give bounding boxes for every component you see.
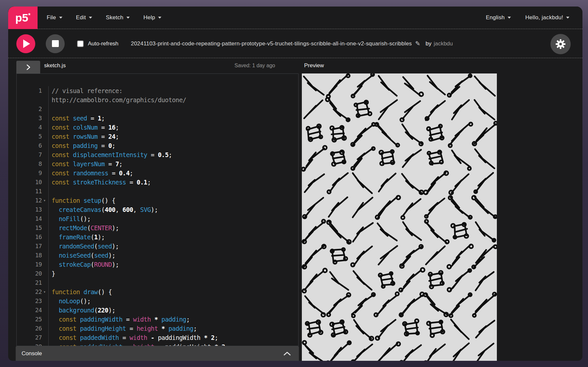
play-button[interactable] [16,34,35,53]
line-number-gutter: 27 [17,333,49,342]
code-line[interactable]: 8const layersNum = 7; [17,159,298,168]
code-text: noLoop(); [49,296,90,306]
edit-title-pencil-icon[interactable]: ✎ [415,40,420,47]
code-line[interactable]: 24 background(220); [17,306,298,315]
code-line[interactable]: 20} [17,269,298,278]
code-line[interactable]: 7const displacementIntensity = 0.5; [17,150,298,159]
settings-button[interactable] [550,34,571,54]
line-number-gutter: 24 [17,306,49,315]
auto-refresh-checkbox[interactable] [77,40,84,47]
code-line[interactable]: 11 [17,187,298,196]
top-nav: p5* FileEditSketchHelp English Hello, ja… [8,7,582,29]
gear-icon [555,39,566,50]
code-text: const padding = 0; [49,141,115,150]
chevron-down-icon [89,17,92,19]
code-line[interactable]: 19 strokeCap(ROUND); [17,260,298,269]
menu-help[interactable]: Help [143,14,161,21]
code-line[interactable]: 2 [17,104,298,114]
code-line[interactable]: 18 noiseSeed(seed); [17,251,298,260]
code-text: noiseSeed(seed); [49,251,115,260]
code-line[interactable]: 17 randomSeed(seed); [17,242,298,251]
code-text: const paddingWidth = width * padding; [49,315,190,324]
code-line[interactable]: 1// visual reference: http://cambolbro.c… [17,86,298,104]
code-text: const layersNum = 7; [49,159,122,168]
line-number-gutter: 26 [17,324,49,333]
code-line[interactable]: 5const rowsNum = 24; [17,132,298,141]
console-bar[interactable]: Console [16,346,299,361]
code-line[interactable]: 15 rectMode(CENTER); [17,223,298,232]
line-number-gutter: 4 [17,123,49,132]
code-line[interactable]: 13 createCanvas(400, 600, SVG); [17,205,298,214]
line-number-gutter: 9 [17,168,49,178]
code-text [49,104,55,114]
menu-label: Help [143,14,155,21]
stop-button[interactable] [46,34,65,53]
p5-logo-asterisk: * [28,12,30,19]
tab-bar: sketch.js Saved: 1 day ago Preview [8,58,582,73]
by-label: by [426,40,432,47]
code-line[interactable]: 22▾function draw() { [17,287,298,296]
code-text: const displacementIntensity = 0.5; [49,150,172,159]
code-line[interactable]: 26 const paddingHeight = height * paddin… [17,324,298,333]
line-number-gutter: 18 [17,251,49,260]
code-text: rectMode(CENTER); [49,223,119,232]
menu-edit[interactable]: Edit [76,14,92,21]
code-text: const rowsNum = 24; [49,132,119,141]
code-text: // visual reference: http://cambolbro.co… [49,86,186,104]
chevron-down-icon [158,17,161,19]
line-number-gutter: 22▾ [17,287,49,296]
menu-label: Sketch [106,14,123,21]
code-line[interactable]: 27 const paddedWidth = width - paddingWi… [17,333,298,342]
menu-file[interactable]: File [47,14,62,21]
language-label: English [486,14,505,21]
sketch-title: 20241103-print-and-code-repeating-patter… [131,40,412,47]
auto-refresh-label: Auto-refresh [88,40,119,47]
code-line[interactable]: 10const strokeThickness = 0.1; [17,178,298,187]
code-text: background(220); [49,306,115,315]
code-editor[interactable]: 1// visual reference: http://cambolbro.c… [16,73,299,346]
code-line[interactable]: 6const padding = 0; [17,141,298,150]
code-text: createCanvas(400, 600, SVG); [49,205,158,214]
user-menu[interactable]: Hello, jackbdu! [525,14,569,21]
code-line[interactable]: 4const colsNum = 16; [17,123,298,132]
line-number-gutter: 6 [17,141,49,150]
line-number-gutter: 16 [17,232,49,242]
code-text: const paddingHeight = height * padding; [49,324,197,333]
p5-logo[interactable]: p5* [8,7,38,29]
nav-right: English Hello, jackbdu! [486,14,582,21]
code-text: const colsNum = 16; [49,123,119,132]
fold-arrow-icon[interactable]: ▾ [42,287,47,296]
line-number-gutter: 21 [17,278,49,287]
code-line[interactable]: 25 const paddingWidth = width * padding; [17,315,298,324]
code-text: frameRate(1); [49,232,105,242]
menu-sketch[interactable]: Sketch [106,14,130,21]
fold-arrow-icon[interactable]: ▾ [42,196,47,205]
console-label: Console [22,350,42,357]
author-link[interactable]: jackbdu [434,40,453,47]
code-line[interactable]: 21 [17,278,298,287]
line-number-gutter: 14 [17,214,49,223]
code-line[interactable]: 9const randomness = 0.4; [17,168,298,178]
code-line[interactable]: 23 noLoop(); [17,296,298,306]
menu-label: Edit [76,14,86,21]
console-collapse-button[interactable] [283,351,291,356]
code-text: const seed = 1; [49,114,105,123]
toolbar: Auto-refresh 20241103-print-and-code-rep… [8,29,582,58]
code-line[interactable]: 12▾function setup() { [17,196,298,205]
code-text: noFill(); [49,214,90,223]
p5-web-editor-window: p5* FileEditSketchHelp English Hello, ja… [8,7,582,361]
line-number-gutter: 25 [17,315,49,324]
code-line[interactable]: 14 noFill(); [17,214,298,223]
code-line[interactable]: 28 const paddedHeight = height - padding… [17,342,298,346]
code-line[interactable]: 3const seed = 1; [17,114,298,123]
chevron-down-icon [508,17,511,19]
line-number-gutter: 10 [17,178,49,187]
p5-logo-text: p5 [15,11,28,24]
language-menu[interactable]: English [486,14,511,21]
code-line[interactable]: 16 frameRate(1); [17,232,298,242]
line-number-gutter: 7 [17,150,49,159]
line-number-gutter: 12▾ [17,196,49,205]
code-text: randomSeed(seed); [49,242,119,251]
sidebar-expand-button[interactable] [16,61,40,73]
tab-sketch-js[interactable]: sketch.js [44,62,66,69]
